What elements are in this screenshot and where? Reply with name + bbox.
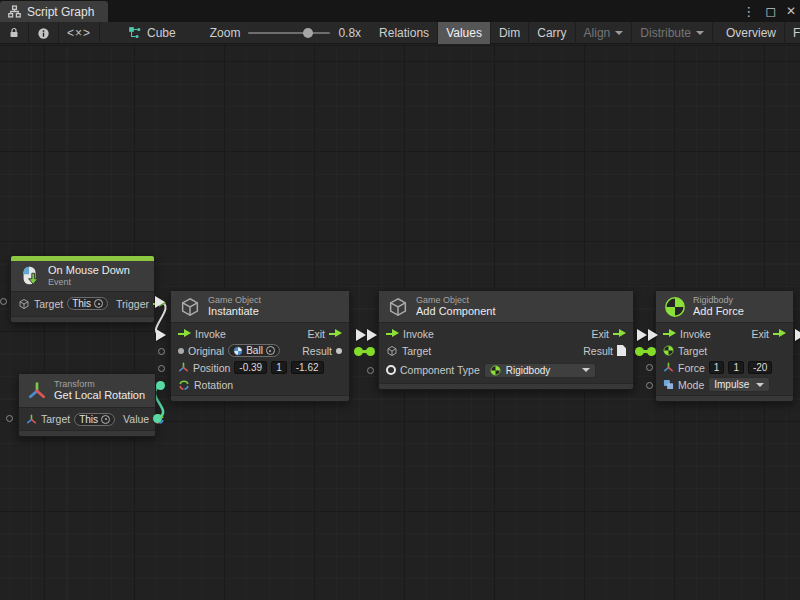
port-add-force-target-connected[interactable] — [647, 347, 656, 356]
original-object-chip[interactable]: Ball — [228, 344, 280, 357]
force-y-field[interactable]: 1 — [728, 361, 744, 374]
tab-label: Script Graph — [27, 5, 94, 19]
original-object-label: Ball — [246, 345, 263, 356]
node-header[interactable]: Rigidbody Add Force — [656, 291, 793, 323]
port-instantiate-rotation-connected[interactable] — [156, 381, 165, 390]
output-port-icon[interactable] — [336, 348, 342, 354]
exec-connection-in-icon[interactable] — [367, 329, 377, 341]
input-port-icon[interactable] — [178, 348, 184, 354]
object-picker-icon[interactable] — [101, 415, 110, 424]
distribute-button[interactable]: Distribute — [632, 22, 713, 44]
script-graph-asset-icon — [128, 26, 142, 40]
close-icon[interactable]: ✕ — [786, 4, 796, 18]
maximize-icon[interactable]: ◻ — [765, 4, 776, 19]
port-instantiate-original[interactable] — [158, 348, 165, 355]
node-instantiate[interactable]: Game Object Instantiate Invoke Exit Orig… — [170, 290, 350, 402]
graph-target-label: Cube — [147, 26, 176, 40]
node-footer — [171, 395, 349, 401]
transform-icon — [27, 381, 47, 401]
window-menu-icon[interactable]: ⋮ — [742, 4, 755, 19]
exec-out-arrow-icon[interactable] — [329, 329, 342, 338]
zoom-label: Zoom — [210, 26, 241, 40]
component-result-icon[interactable] — [617, 345, 626, 356]
exec-out-arrow-icon[interactable] — [613, 329, 626, 338]
fullscreen-button[interactable]: Full Screen — [785, 22, 800, 44]
port-add-force-mode[interactable] — [646, 382, 653, 389]
this-target-chip[interactable]: This — [67, 297, 108, 310]
position-y-field[interactable]: 1 — [271, 361, 287, 374]
info-button[interactable] — [29, 22, 59, 44]
ball-icon — [233, 346, 243, 356]
node-category: Rigidbody — [693, 295, 744, 306]
tab-script-graph[interactable]: Script Graph — [0, 1, 108, 22]
exec-port-on-mouse-down-trigger[interactable] — [155, 296, 165, 308]
position-x-field[interactable]: -0.39 — [234, 361, 267, 374]
port-add-component-type[interactable] — [367, 367, 374, 374]
object-picker-icon[interactable] — [94, 299, 103, 308]
port-label-exit: Exit — [751, 328, 769, 340]
exec-port-add-force-exit[interactable] — [795, 329, 800, 341]
port-label-component-type: Component Type — [400, 364, 480, 376]
force-x-field[interactable]: 1 — [709, 361, 725, 374]
port-label-invoke: Invoke — [403, 328, 434, 340]
node-title: Get Local Rotation — [54, 389, 145, 402]
port-add-force-force[interactable] — [646, 364, 653, 371]
transform-icon — [26, 414, 37, 425]
script-graph-window: Script Graph ⋮ ◻ ✕ <×> — [0, 0, 800, 600]
values-button[interactable]: Values — [438, 22, 491, 44]
chevron-down-icon — [696, 31, 704, 35]
zoom-slider-handle[interactable] — [303, 28, 313, 38]
port-add-component-target-connected[interactable] — [366, 347, 375, 356]
node-add-force[interactable]: Rigidbody Add Force Invoke Exit — [655, 290, 794, 402]
exec-in-arrow-icon[interactable] — [178, 329, 191, 338]
exec-out-arrow-icon[interactable] — [773, 329, 786, 338]
object-picker-icon[interactable] — [266, 346, 275, 355]
port-label-target: Target — [402, 345, 431, 357]
overview-button[interactable]: Overview — [718, 22, 785, 44]
position-z-field[interactable]: -1.62 — [291, 361, 324, 374]
exec-connection-out-icon[interactable] — [356, 329, 366, 341]
node-get-local-rotation[interactable]: Transform Get Local Rotation Target — [18, 373, 156, 437]
port-on-mouse-down-target[interactable] — [0, 298, 7, 305]
exec-in-arrow-icon[interactable] — [663, 329, 676, 338]
code-view-button[interactable]: <×> — [59, 22, 100, 44]
port-instantiate-position[interactable] — [158, 365, 165, 372]
chevron-down-icon — [615, 31, 623, 35]
port-get-local-rotation-value-connected[interactable] — [153, 414, 162, 423]
exec-port-instantiate-invoke[interactable] — [156, 329, 166, 341]
zoom-control: Zoom 0.8x — [186, 22, 371, 43]
node-header[interactable]: Transform Get Local Rotation — [19, 374, 155, 408]
exec-connection-out-icon[interactable] — [637, 329, 647, 341]
dim-button[interactable]: Dim — [491, 22, 529, 44]
force-z-field[interactable]: -20 — [748, 361, 772, 374]
align-label: Align — [584, 26, 611, 40]
node-footer — [379, 383, 633, 389]
port-label-original: Original — [188, 345, 224, 357]
port-add-component-result-connected[interactable] — [635, 347, 644, 356]
exec-connection-in-icon[interactable] — [648, 329, 658, 341]
port-label-value: Value — [123, 413, 149, 425]
node-on-mouse-down[interactable]: On Mouse Down Event Target This — [10, 255, 155, 323]
port-get-local-rotation-target[interactable] — [6, 415, 13, 422]
graph-target[interactable]: Cube — [100, 22, 186, 43]
zoom-slider[interactable] — [248, 32, 330, 34]
force-mode-dropdown[interactable]: Impulse — [708, 377, 770, 392]
node-add-component[interactable]: Game Object Add Component Invoke Exit — [378, 290, 634, 390]
port-label-invoke: Invoke — [195, 328, 226, 340]
exec-in-arrow-icon[interactable] — [386, 329, 399, 338]
component-type-dropdown[interactable]: Rigidbody — [484, 363, 596, 378]
node-header[interactable]: Game Object Instantiate — [171, 291, 349, 323]
carry-button[interactable]: Carry — [529, 22, 575, 44]
game-object-icon — [18, 298, 30, 310]
port-instantiate-result-connected[interactable] — [354, 347, 363, 356]
type-port-icon[interactable] — [386, 365, 396, 375]
node-header[interactable]: On Mouse Down Event — [11, 261, 154, 292]
this-target-chip[interactable]: This — [74, 413, 115, 426]
relations-button[interactable]: Relations — [371, 22, 438, 44]
align-button[interactable]: Align — [576, 22, 633, 44]
node-header[interactable]: Game Object Add Component — [379, 291, 633, 323]
graph-canvas[interactable]: On Mouse Down Event Target This — [0, 44, 800, 600]
port-label-invoke: Invoke — [680, 328, 711, 340]
lock-button[interactable] — [0, 22, 29, 44]
code-icon: <×> — [67, 26, 91, 40]
